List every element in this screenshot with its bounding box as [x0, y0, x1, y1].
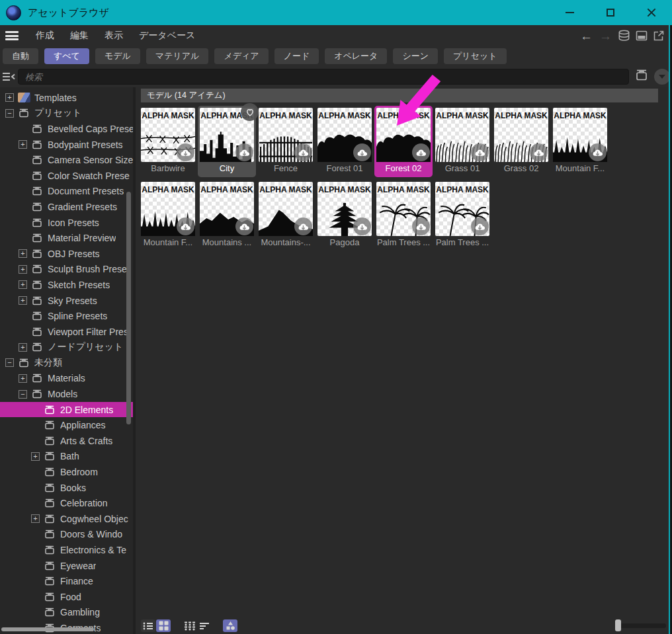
expand-icon[interactable]: +: [5, 93, 14, 102]
expand-icon[interactable]: +: [19, 140, 27, 149]
slider-knob[interactable]: [615, 619, 621, 631]
asset-thumbnail[interactable]: ALPHA MASK: [317, 182, 372, 236]
expand-icon[interactable]: +: [19, 280, 27, 289]
tree-item-templates[interactable]: +Templates: [0, 90, 133, 106]
list-view-button[interactable]: [141, 619, 155, 632]
close-button[interactable]: [631, 0, 672, 25]
expand-icon[interactable]: +: [19, 374, 27, 383]
database-icon[interactable]: [617, 29, 631, 42]
cloud-download-icon[interactable]: [177, 218, 194, 235]
tree-item-sky-presets[interactable]: +Sky Presets: [0, 293, 133, 309]
tree-item-[interactable]: +ノードプリセット: [0, 340, 133, 356]
asset-thumbnail[interactable]: ALPHA MASK: [435, 108, 489, 162]
asset-thumbnail[interactable]: ALPHA MASK: [141, 182, 195, 236]
hamburger-menu-icon[interactable]: [5, 31, 19, 40]
tree-item-eyewear[interactable]: −Eyewear: [0, 558, 133, 574]
asset-thumbnail[interactable]: ALPHA MASK: [259, 182, 313, 236]
tree-item-viewport-filter-pres[interactable]: −Viewport Filter Pres: [0, 324, 133, 340]
asset-tile-mountains[interactable]: ALPHA MASKMountains ...: [198, 180, 256, 251]
back-button[interactable]: ←: [579, 30, 594, 42]
tree-item-bevelled-caps-prese[interactable]: −Bevelled Caps Prese: [0, 121, 133, 137]
menu-item-1[interactable]: 編集: [62, 30, 97, 42]
tree-item-sketch-presets[interactable]: +Sketch Presets: [0, 277, 133, 293]
cloud-download-icon[interactable]: [177, 143, 194, 161]
asset-thumbnail[interactable]: ALPHA MASK: [141, 108, 195, 162]
expand-icon[interactable]: +: [19, 343, 27, 352]
tree-item-[interactable]: −未分類: [0, 355, 133, 371]
collapse-icon[interactable]: −: [5, 358, 14, 367]
cloud-download-icon[interactable]: [471, 143, 489, 161]
minimize-button[interactable]: [549, 0, 590, 25]
asset-tile-pagoda[interactable]: ALPHA MASKPagoda: [315, 180, 374, 251]
cloud-download-icon[interactable]: [412, 218, 430, 235]
asset-thumbnail[interactable]: ALPHA MASK: [200, 182, 254, 236]
favorite-heart-icon[interactable]: [241, 103, 259, 121]
cloud-download-icon[interactable]: [235, 143, 253, 161]
tree-item-material-preview[interactable]: −Material Preview: [0, 230, 133, 246]
forward-button[interactable]: →: [598, 30, 613, 42]
asset-tile-grass-02[interactable]: ALPHA MASKGrass 02: [492, 106, 550, 177]
collapse-icon[interactable]: −: [19, 390, 27, 399]
cloud-download-icon[interactable]: [589, 143, 607, 161]
tree-item-[interactable]: −プリセット: [0, 106, 133, 122]
asset-thumbnail[interactable]: ALPHA MASK: [376, 182, 431, 236]
collapse-sidebar-icon[interactable]: [2, 71, 18, 82]
expand-icon[interactable]: +: [19, 296, 27, 305]
filter-tab-2[interactable]: モデル: [95, 48, 140, 64]
expand-icon[interactable]: +: [19, 265, 27, 274]
tree-item-doors-windo[interactable]: −Doors & Windo: [0, 527, 133, 543]
menu-item-3[interactable]: データベース: [131, 30, 203, 42]
asset-thumbnail[interactable]: ALPHA MASK: [494, 108, 548, 162]
cloud-download-icon[interactable]: [471, 218, 489, 235]
filter-tab-8[interactable]: プリセット: [444, 48, 507, 64]
tree-item-bath[interactable]: +Bath: [0, 449, 133, 465]
tree-item-camera-sensor-size[interactable]: −Camera Sensor Size: [0, 152, 133, 168]
thumbnail-size-slider[interactable]: [615, 619, 667, 631]
tree-item-arts-crafts[interactable]: −Arts & Crafts: [0, 433, 133, 449]
menu-item-0[interactable]: 作成: [28, 30, 62, 42]
asset-tile-barbwire[interactable]: ALPHA MASKBarbwire: [139, 106, 197, 177]
filter-tab-1[interactable]: すべて: [44, 48, 89, 64]
asset-tile-city[interactable]: ALPHA MASKCity: [198, 106, 256, 177]
asset-tile-mountain-f[interactable]: ALPHA MASKMountain F...: [551, 106, 609, 177]
asset-thumbnail[interactable]: ALPHA MASK: [200, 108, 254, 162]
tree-item-gradient-presets[interactable]: −Gradient Presets: [0, 199, 133, 215]
filter-tab-4[interactable]: メディア: [214, 48, 268, 64]
filter-tab-0[interactable]: 自動: [3, 48, 38, 64]
tree-item-books[interactable]: −Books: [0, 480, 133, 496]
tree-item-2d-elements[interactable]: −2D Elements: [0, 402, 133, 418]
medium-list-view-button[interactable]: [182, 619, 196, 632]
menu-item-2[interactable]: 表示: [97, 30, 131, 42]
asset-tile-fence[interactable]: ALPHA MASKFence: [257, 106, 315, 177]
open-external-icon[interactable]: [652, 29, 665, 42]
maximize-button[interactable]: [590, 0, 631, 25]
asset-tile-mountain-f[interactable]: ALPHA MASKMountain F...: [139, 180, 197, 251]
tree-item-bedroom[interactable]: −Bedroom: [0, 464, 133, 480]
asset-thumbnail[interactable]: ALPHA MASK: [259, 108, 313, 162]
cloud-download-icon[interactable]: [412, 143, 430, 161]
tree-item-icon-presets[interactable]: −Icon Presets: [0, 215, 133, 231]
browser-mode-icon[interactable]: [634, 68, 649, 85]
tree-item-cogwheel-objec[interactable]: +Cogwheel Objec: [0, 511, 133, 527]
tree-item-materials[interactable]: +Materials: [0, 371, 133, 387]
collapse-icon[interactable]: −: [5, 109, 14, 118]
asset-tile-forest-01[interactable]: ALPHA MASKForest 01: [315, 106, 374, 177]
search-input[interactable]: [18, 69, 629, 85]
filter-tab-6[interactable]: オペレータ: [325, 48, 387, 64]
detail-list-view-button[interactable]: [197, 619, 212, 632]
expand-icon[interactable]: +: [31, 514, 40, 523]
cloud-download-icon[interactable]: [353, 143, 371, 161]
tree-item-gambling[interactable]: −Gambling: [0, 605, 133, 621]
cloud-download-icon[interactable]: [294, 218, 312, 235]
tree-item-food[interactable]: −Food: [0, 589, 133, 605]
asset-tile-mountains[interactable]: ALPHA MASKMountains-...: [257, 180, 315, 251]
tree-item-bodypaint-presets[interactable]: +Bodypaint Presets: [0, 137, 133, 153]
tree-item-obj-presets[interactable]: +OBJ Presets: [0, 246, 133, 262]
tree-item-finance[interactable]: −Finance: [0, 573, 133, 589]
asset-tile-grass-01[interactable]: ALPHA MASKGrass 01: [433, 106, 491, 177]
asset-tile-palm-trees[interactable]: ALPHA MASKPalm Trees ...: [374, 180, 433, 251]
shape-filter-button[interactable]: [223, 619, 237, 632]
tree-item-celebration[interactable]: −Celebration: [0, 495, 133, 511]
grid-view-button[interactable]: [156, 619, 171, 632]
tree-item-sculpt-brush-preset[interactable]: +Sculpt Brush Preset: [0, 262, 133, 278]
